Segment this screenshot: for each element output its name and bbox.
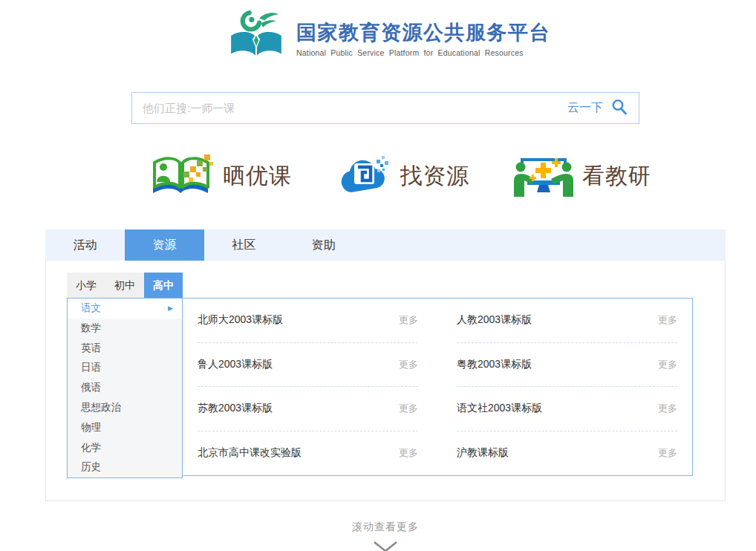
- subject-label: 思想政治: [81, 398, 121, 418]
- scroll-hint-text: 滚动查看更多: [7, 521, 756, 534]
- school-level-tabs: 小学 初中 高中: [67, 273, 725, 298]
- feature-label[interactable]: 晒优课: [223, 161, 292, 192]
- editions-panel: 北师大2003课标版 更多 人教2003课标版 更多 鲁人2003课标版 更多: [182, 298, 693, 476]
- tab-senior-high[interactable]: 高中: [144, 273, 183, 298]
- editions-row: 北京市高中课改实验版 更多 沪教课标版 更多: [198, 431, 677, 476]
- edition-name[interactable]: 沪教课标版: [457, 446, 509, 460]
- edition-cell: 鲁人2003课标版 更多: [198, 343, 418, 388]
- resources-body: 小学 初中 高中 语文 ▶ 数学 英语 日语 俄语: [45, 261, 726, 501]
- share-courses-book-icon: [147, 151, 215, 201]
- feature-label[interactable]: 看教研: [582, 161, 651, 192]
- subject-label: 数学: [81, 319, 101, 339]
- more-link[interactable]: 更多: [658, 402, 677, 415]
- logo-text-block: 国家教育资源公共服务平台 National Public Service Pla…: [296, 19, 550, 57]
- site-header: 国家教育资源公共服务平台 National Public Service Pla…: [10, 0, 756, 65]
- edition-cell: 苏教2003课标版 更多: [198, 387, 418, 431]
- sidebar-item-english[interactable]: 英语: [68, 339, 182, 359]
- editions-row: 北师大2003课标版 更多 人教2003课标版 更多: [198, 299, 677, 343]
- edition-name[interactable]: 苏教2003课标版: [198, 402, 273, 415]
- tab-resources[interactable]: 资源: [125, 229, 204, 261]
- feature-label[interactable]: 找资源: [400, 161, 469, 192]
- feature-find-resources[interactable]: 找资源: [335, 151, 469, 201]
- search-bar: 云一下: [131, 92, 639, 124]
- tab-community[interactable]: 社区: [204, 229, 284, 261]
- edition-cell: 粤教2003课标版 更多: [457, 343, 677, 388]
- subject-label: 英语: [81, 339, 101, 359]
- page-subtitle: National Public Service Platform for Edu…: [296, 48, 550, 57]
- editions-row: 苏教2003课标版 更多 语文社2003课标版 更多: [198, 387, 677, 431]
- main-tabbar: 活动 资源 社区 资助: [45, 229, 726, 261]
- scroll-more-footer: 滚动查看更多: [7, 521, 756, 551]
- edition-cell: 北京市高中课改实验版 更多: [198, 431, 418, 476]
- sidebar-item-russian[interactable]: 俄语: [68, 378, 182, 398]
- subject-label: 历史: [81, 457, 101, 477]
- search-action-label[interactable]: 云一下: [567, 100, 603, 116]
- search-input[interactable]: [143, 102, 567, 114]
- more-link[interactable]: 更多: [658, 313, 677, 327]
- more-link[interactable]: 更多: [399, 446, 418, 460]
- more-link[interactable]: 更多: [658, 446, 677, 460]
- edition-cell: 语文社2003课标版 更多: [457, 387, 677, 431]
- subject-label: 语文: [81, 299, 101, 319]
- edition-name[interactable]: 人教2003课标版: [457, 313, 532, 327]
- tab-activities[interactable]: 活动: [45, 229, 125, 261]
- sidebar-item-math[interactable]: 数学: [68, 319, 182, 339]
- sidebar-item-japanese[interactable]: 日语: [68, 358, 182, 378]
- chevron-down-icon[interactable]: [7, 540, 756, 551]
- search-icon[interactable]: [610, 98, 628, 119]
- chevron-right-icon: ▶: [168, 299, 173, 319]
- edition-cell: 北师大2003课标版 更多: [198, 299, 418, 343]
- teaching-research-meeting-icon: [512, 151, 575, 201]
- editions-row: 鲁人2003课标版 更多 粤教2003课标版 更多: [198, 343, 677, 388]
- tab-primary-school[interactable]: 小学: [67, 273, 105, 298]
- more-link[interactable]: 更多: [399, 313, 418, 327]
- tab-funding[interactable]: 资助: [284, 229, 363, 261]
- sidebar-item-physics[interactable]: 物理: [68, 418, 182, 438]
- more-link[interactable]: 更多: [399, 402, 418, 415]
- subject-label: 日语: [81, 358, 101, 378]
- edition-name[interactable]: 粤教2003课标版: [457, 358, 532, 371]
- page-title: 国家教育资源公共服务平台: [296, 19, 550, 46]
- sidebar-item-history[interactable]: 历史: [68, 457, 182, 477]
- edition-name[interactable]: 鲁人2003课标版: [198, 358, 273, 371]
- subject-editions-area: 语文 ▶ 数学 英语 日语 俄语 思想政治: [67, 298, 725, 478]
- subject-label: 俄语: [81, 378, 101, 398]
- sidebar-item-chinese[interactable]: 语文 ▶: [68, 299, 182, 319]
- main-panel: 活动 资源 社区 资助 小学 初中 高中 语文 ▶ 数学 英语: [45, 229, 726, 501]
- platform-logo-icon: [227, 10, 286, 65]
- sidebar-item-chemistry[interactable]: 化学: [68, 438, 182, 458]
- edition-name[interactable]: 北师大2003课标版: [198, 313, 283, 327]
- find-resources-cloud-icon: [335, 151, 393, 201]
- sidebar-item-politics[interactable]: 思想政治: [68, 398, 182, 418]
- edition-cell: 人教2003课标版 更多: [457, 299, 677, 343]
- editions-grid: 北师大2003课标版 更多 人教2003课标版 更多 鲁人2003课标版 更多: [183, 299, 692, 475]
- subject-menu: 语文 ▶ 数学 英语 日语 俄语 思想政治: [67, 298, 183, 478]
- search-submit[interactable]: 云一下: [567, 98, 628, 119]
- more-link[interactable]: 更多: [658, 358, 677, 371]
- subject-label: 化学: [81, 438, 101, 458]
- tab-junior-high[interactable]: 初中: [105, 273, 144, 298]
- feature-share-courses[interactable]: 晒优课: [147, 151, 292, 201]
- more-link[interactable]: 更多: [399, 358, 418, 371]
- feature-teaching-research[interactable]: 看教研: [512, 151, 651, 201]
- subject-label: 物理: [81, 418, 101, 438]
- edition-name[interactable]: 北京市高中课改实验版: [198, 446, 302, 460]
- edition-cell: 沪教课标版 更多: [457, 431, 677, 476]
- feature-shortcuts: 晒优课 找资源: [147, 151, 756, 201]
- edition-name[interactable]: 语文社2003课标版: [457, 402, 542, 415]
